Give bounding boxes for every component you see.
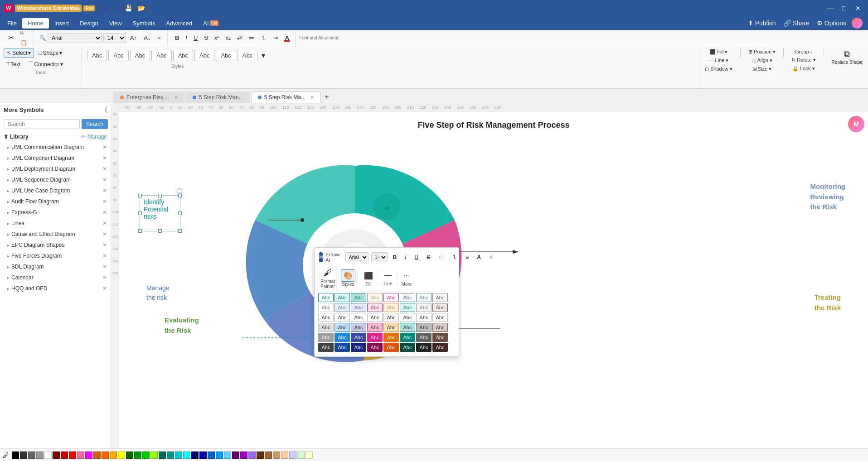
style-r1-c4[interactable]: Abc [367,293,383,302]
style-r4-c7[interactable]: Abc [416,323,432,332]
style-r1-c3[interactable]: Abc [351,293,366,302]
lib-item-audit-close[interactable]: ✕ [102,198,107,205]
bold-button[interactable]: B [172,34,182,42]
manage-button[interactable]: ✏ Manage [81,134,107,140]
align-button-2[interactable]: ⬚ Align ▾ [749,57,775,64]
rotate-button[interactable]: ↻ Rotate ▾ [789,56,819,64]
lib-item-lines-close[interactable]: ✕ [102,220,107,226]
format-painter-button[interactable]: 🖌 [320,267,335,279]
lib-item-express[interactable]: ▸ Express-G ✕ [0,207,111,218]
paste-button[interactable]: 📋 [18,38,30,47]
style-r4-c6[interactable]: Abc [400,323,415,332]
resize-handle-tr[interactable] [178,194,182,197]
color-purple[interactable] [240,451,247,459]
picker-font-select[interactable]: Arial [345,252,369,262]
color-teal-dark[interactable] [159,451,166,459]
resize-handle-bl[interactable] [138,229,142,233]
style-r5-c5[interactable]: Abc [383,333,399,342]
style-r1-c7[interactable]: Abc [416,293,432,302]
picker-olist[interactable]: ⒈ [449,251,460,263]
style-r6-c7[interactable]: Abc [416,343,432,352]
lib-item-lines[interactable]: ▸ Lines ✕ [0,218,111,229]
style-r2-c3[interactable]: Abc [351,303,366,312]
position-button[interactable]: ⊞ Position ▾ [746,48,778,56]
picker-underline[interactable]: U [412,252,422,262]
lib-item-uml-use[interactable]: ▸ UML Use Case Diagram ✕ [0,185,111,196]
color-violet[interactable] [248,451,256,459]
style-r6-c6[interactable]: Abc [400,343,415,352]
sidebar-collapse-btn[interactable]: ⟨ [105,106,107,113]
color-white[interactable] [44,451,52,459]
lib-item-calendar-close[interactable]: ✕ [102,274,107,281]
picker-color[interactable]: A [474,252,484,262]
select-button[interactable]: ↖ Select ▾ [4,48,34,58]
selected-text-box[interactable]: IdentifyPotentialrisks [140,195,180,231]
ordered-list-button[interactable]: ⒈ [258,33,269,43]
lib-item-express-close[interactable]: ✕ [102,209,107,216]
color-orange[interactable] [102,451,109,459]
picker-line-btn[interactable]: — [382,269,394,281]
color-picker-icon[interactable]: 🖊 [3,451,9,459]
style-r3-c2[interactable]: Abc [335,313,350,322]
style-r4-c8[interactable]: Abc [432,323,448,332]
picker-list[interactable]: ≔ [436,252,446,262]
lib-item-uml-comm[interactable]: ▸ UML Communication Diagram ✕ [0,142,111,153]
size-button[interactable]: ⇲ Size ▾ [750,65,775,73]
color-navy[interactable] [191,451,199,459]
lib-item-uml-comp-close[interactable]: ✕ [102,155,107,161]
color-sky[interactable] [224,451,231,459]
style-r4-c2[interactable]: Abc [335,323,350,332]
lib-item-cause-close[interactable]: ✕ [102,231,107,237]
lib-item-calendar[interactable]: ▸ Calendar ✕ [0,272,111,283]
font-family-select[interactable]: Arial [48,33,102,43]
align-button[interactable]: ≡ [155,34,164,42]
style-r1-c2[interactable]: Abc [335,293,350,302]
color-amber[interactable] [110,451,117,459]
lib-item-uml-seq-close[interactable]: ✕ [102,177,107,183]
style-r4-c4[interactable]: Abc [367,323,383,332]
picker-size-select[interactable]: 14 [371,252,388,262]
tab-5step-2-close[interactable]: ✕ [310,95,314,101]
style-r6-c4[interactable]: Abc [367,343,383,352]
style-r2-c5[interactable]: Abc [383,303,399,312]
color-blue-dark[interactable] [199,451,207,459]
close-button[interactable]: ✕ [852,4,864,13]
share-button[interactable]: 🔗 Share [781,19,811,28]
color-lemon[interactable] [305,451,313,459]
resize-handle-bm[interactable] [158,229,162,233]
style-abc-4[interactable]: Abc [151,50,171,61]
style-r6-c8[interactable]: Abc [432,343,448,352]
style-r6-c1[interactable]: Abc [318,343,334,352]
style-r5-c4[interactable]: Abc [367,333,383,342]
copy-button[interactable]: ⎘ [18,29,30,38]
style-r3-c3[interactable]: Abc [351,313,366,322]
picker-fill-btn[interactable]: ⬛ [361,269,376,282]
picker-strike[interactable]: S [424,252,433,262]
lib-item-hqq[interactable]: ▸ HQQ and OFD ✕ [0,283,111,294]
canvas-area[interactable]: -40 -30 -20 -10 0 10 20 30 40 50 60 70 8… [111,103,868,448]
lib-item-epc[interactable]: ▸ EPC Diagram Shapes ✕ [0,240,111,250]
style-r3-c4[interactable]: Abc [367,313,383,322]
menu-home[interactable]: Home [22,18,49,29]
canvas[interactable]: Five Step of Risk Management Process [119,111,868,448]
picker-italic[interactable]: I [402,252,409,262]
text-dir-button[interactable]: ⇄ [234,34,245,42]
color-brown[interactable] [265,451,272,459]
picker-more-btn[interactable]: ⋯ [400,269,413,282]
replace-shape-button[interactable]: ⧉ Replace Shape [829,48,865,66]
style-r6-c2[interactable]: Abc [335,343,350,352]
tab-5step-1[interactable]: 5 Step Risk Man... [186,91,250,103]
style-abc-7[interactable]: Abc [216,50,236,61]
style-r4-c1[interactable]: Abc [318,323,334,332]
color-red-dark[interactable] [53,451,60,459]
font-size-decrease[interactable]: A↓ [141,34,153,42]
resize-handle-mr[interactable] [178,211,182,215]
lib-item-epc-close[interactable]: ✕ [102,242,107,248]
italic-button[interactable]: I [183,34,190,42]
font-color-button[interactable]: A [281,34,292,43]
lib-item-uml-deploy[interactable]: ▸ UML Deployment Diagram ✕ [0,163,111,174]
lock-button[interactable]: 🔒 Lock ▾ [790,65,817,72]
lib-item-uml-comp[interactable]: ▸ UML Component Diagram ✕ [0,153,111,163]
style-r4-c5[interactable]: Abc [383,323,399,332]
menu-file[interactable]: File [2,18,22,29]
